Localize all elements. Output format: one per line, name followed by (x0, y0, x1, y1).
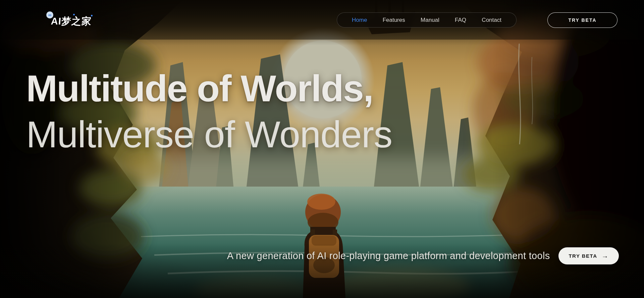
accent-dot-icon (91, 15, 93, 16)
try-beta-button-hero[interactable]: TRY BETA → (558, 247, 619, 264)
arrow-right-icon: → (602, 252, 609, 259)
nav-item-features[interactable]: Features (383, 17, 405, 23)
accent-dot-icon (73, 14, 75, 15)
hero-title: Multitude of Worlds, Multiverse of Wonde… (26, 66, 392, 157)
brand-name: AI梦之家 (51, 15, 92, 28)
try-beta-label: TRY BETA (569, 253, 597, 259)
nav-item-home[interactable]: Home (352, 17, 367, 23)
nav-item-contact[interactable]: Contact (482, 17, 501, 23)
try-beta-button-header[interactable]: TRY BETA (547, 12, 618, 28)
nav-item-manual[interactable]: Manual (421, 17, 439, 23)
hero-title-line1: Multitude of Worlds, (26, 66, 392, 112)
hero-title-line2: Multiverse of Wonders (26, 112, 392, 158)
brand-logo[interactable]: ∞ AI梦之家 (51, 15, 92, 28)
hero-bottom-row: A new generation of AI role-playing game… (227, 247, 619, 264)
hero-subtitle: A new generation of AI role-playing game… (227, 250, 550, 261)
nav-item-faq[interactable]: FAQ (455, 17, 466, 23)
landing-page: ∞ AI梦之家 Home Features Manual FAQ Contact… (0, 0, 644, 298)
main-nav: Home Features Manual FAQ Contact (337, 12, 517, 28)
